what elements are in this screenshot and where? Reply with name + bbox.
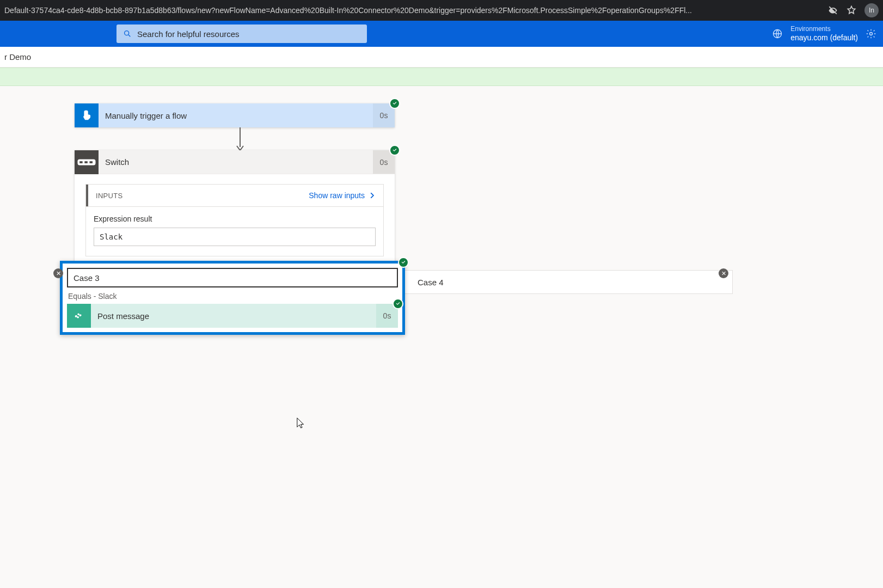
close-icon[interactable]: ✕ bbox=[719, 268, 728, 278]
touch-icon bbox=[75, 103, 99, 127]
case4-title: Case 4 bbox=[418, 278, 444, 287]
trigger-card[interactable]: Manually trigger a flow 0s bbox=[75, 103, 395, 127]
success-check-icon bbox=[393, 298, 403, 309]
search-icon bbox=[123, 29, 132, 38]
svg-rect-6 bbox=[79, 161, 83, 163]
show-raw-inputs-link[interactable]: Show raw inputs bbox=[309, 191, 376, 200]
environment-label: Environments bbox=[790, 26, 858, 33]
case4-tab[interactable]: Case 4 bbox=[411, 270, 450, 294]
environment-picker[interactable]: Environments enayu.com (default) bbox=[790, 26, 858, 42]
inputs-label: INPUTS bbox=[96, 192, 122, 200]
switch-icon bbox=[75, 150, 99, 174]
globe-icon[interactable] bbox=[772, 28, 783, 39]
slack-icon bbox=[67, 304, 91, 328]
cursor-icon bbox=[294, 417, 305, 431]
switch-title: Switch bbox=[99, 157, 373, 167]
case3-title-text: Case 3 bbox=[73, 273, 100, 283]
expression-result-value: Slack bbox=[94, 228, 376, 246]
success-check-icon bbox=[389, 98, 400, 109]
browser-profile-avatar[interactable]: In bbox=[864, 3, 879, 17]
expression-result-label: Expression result bbox=[94, 215, 376, 223]
search-placeholder: Search for helpful resources bbox=[137, 29, 240, 39]
star-icon[interactable] bbox=[846, 5, 857, 16]
show-raw-inputs-text: Show raw inputs bbox=[309, 191, 365, 200]
trigger-title: Manually trigger a flow bbox=[99, 111, 373, 120]
post-message-label: Post message bbox=[91, 311, 376, 321]
browser-profile-initial: In bbox=[869, 7, 874, 14]
svg-line-1 bbox=[128, 35, 130, 36]
post-message-action[interactable]: Post message 0s bbox=[67, 304, 398, 328]
success-banner bbox=[0, 68, 883, 86]
case3-panel[interactable]: Case 3 Equals - Slack Post message 0s bbox=[60, 261, 405, 335]
case3-subtitle: Equals - Slack bbox=[68, 292, 397, 301]
svg-point-3 bbox=[870, 32, 873, 35]
success-check-icon bbox=[398, 257, 409, 268]
app-topbar: Search for helpful resources Environment… bbox=[0, 21, 883, 47]
success-check-icon bbox=[389, 145, 400, 156]
svg-point-0 bbox=[125, 31, 129, 35]
switch-card[interactable]: Switch 0s INPUTS Show raw inputs Express… bbox=[75, 150, 395, 270]
eye-off-icon[interactable] bbox=[827, 5, 838, 16]
environment-name: enayu.com (default) bbox=[790, 33, 858, 42]
chevron-right-icon bbox=[368, 192, 376, 199]
breadcrumb: r Demo bbox=[0, 47, 883, 68]
case3-title[interactable]: Case 3 bbox=[67, 268, 398, 287]
flow-arrow-icon bbox=[235, 127, 236, 151]
svg-rect-8 bbox=[90, 161, 93, 163]
page-title: r Demo bbox=[4, 52, 31, 62]
search-input[interactable]: Search for helpful resources bbox=[116, 24, 367, 43]
gear-icon[interactable] bbox=[866, 28, 876, 39]
close-icon[interactable]: ✕ bbox=[53, 268, 63, 278]
svg-rect-7 bbox=[84, 161, 88, 163]
browser-address-bar: Default-37574ca4-cde8-4d8b-bcb8-897b1a5d… bbox=[0, 0, 883, 21]
browser-url: Default-37574ca4-cde8-4d8b-bcb8-897b1a5d… bbox=[4, 6, 821, 15]
